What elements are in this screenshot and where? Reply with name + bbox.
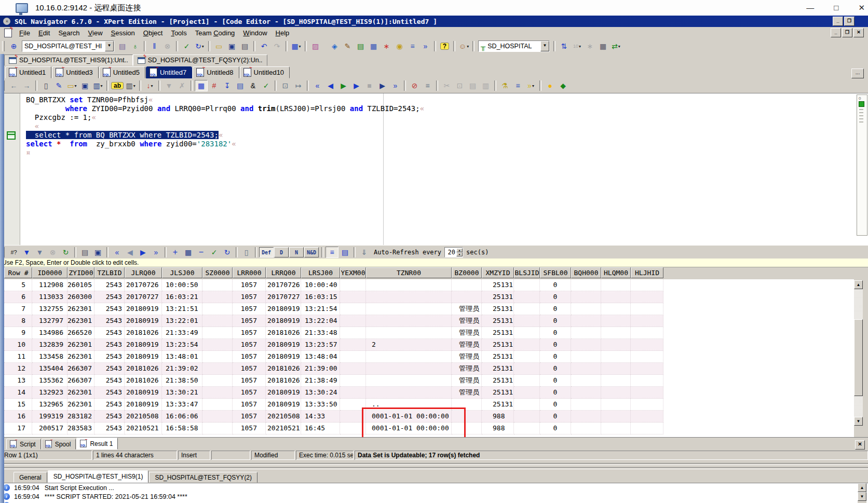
fetch-all-icon[interactable]: ⇓ bbox=[358, 247, 371, 258]
grid-cell[interactable]: 1057 bbox=[233, 423, 266, 434]
grid-cell[interactable]: 14 bbox=[4, 387, 32, 399]
grid-cell[interactable]: 262301 bbox=[67, 339, 94, 351]
menu-search[interactable]: Search bbox=[54, 28, 84, 38]
grid-cell[interactable]: 25131 bbox=[482, 279, 514, 291]
grid-cell[interactable] bbox=[202, 339, 233, 351]
grid-cell[interactable]: 13 bbox=[4, 375, 32, 387]
grid-cell[interactable] bbox=[340, 363, 366, 375]
grid-cell[interactable]: 20210508 bbox=[125, 411, 162, 423]
grid-cell[interactable]: 13:48:01 bbox=[162, 351, 202, 363]
grid-cell[interactable] bbox=[202, 303, 233, 315]
column-header-lrrq00[interactable]: LRRQ00 bbox=[266, 267, 301, 278]
schema-select[interactable]: ╥ SD_HOSPITAL ▼ bbox=[478, 40, 550, 52]
grid-cell[interactable] bbox=[601, 315, 631, 327]
column-header-tzlbid[interactable]: TZLBID bbox=[94, 267, 125, 278]
grid-cell[interactable] bbox=[514, 375, 540, 387]
grid-cell[interactable] bbox=[631, 387, 663, 399]
tab-untitled10[interactable]: Untitled10 bbox=[240, 66, 290, 78]
grid-cell[interactable]: 5 bbox=[4, 279, 32, 291]
grid-cell[interactable] bbox=[514, 399, 540, 411]
print-icon[interactable]: ▤ bbox=[238, 40, 251, 52]
grid-cell[interactable] bbox=[631, 351, 663, 363]
grid-cell[interactable]: 管理员 bbox=[452, 327, 482, 339]
find-objects-icon[interactable]: ◉ bbox=[393, 40, 406, 52]
grid-vertical-scrollbar[interactable]: ▲ ▼ bbox=[854, 280, 863, 435]
first-record-icon[interactable]: « bbox=[111, 247, 124, 258]
grid-cell[interactable]: 0 bbox=[540, 387, 571, 399]
grid-cell[interactable]: 12 bbox=[4, 363, 32, 375]
grid-cell[interactable]: 0 bbox=[540, 291, 571, 303]
grid-cell[interactable]: 266307 bbox=[67, 375, 94, 387]
doc-close-button[interactable]: ✕ bbox=[853, 28, 864, 37]
grid-cell[interactable]: 1057 bbox=[233, 387, 266, 399]
spinner-up-icon[interactable]: ▲ bbox=[456, 248, 463, 252]
grid-cell[interactable]: 9 bbox=[4, 327, 32, 339]
column-header-sfbl00[interactable]: SFBL00 bbox=[540, 267, 571, 278]
toolbar-grip[interactable] bbox=[2, 41, 5, 51]
sql-monitor-icon[interactable]: ∗ bbox=[380, 40, 393, 52]
app-restore-button[interactable]: ❐ bbox=[844, 17, 855, 26]
grid-cell[interactable] bbox=[631, 363, 663, 375]
execute-step-icon[interactable]: ▶ bbox=[350, 80, 363, 91]
grid-cell[interactable]: 283583 bbox=[67, 423, 94, 434]
grid-cell[interactable] bbox=[601, 423, 631, 434]
grid-cell[interactable] bbox=[601, 399, 631, 411]
grid-cell[interactable]: 25131 bbox=[482, 315, 514, 327]
grid-cell[interactable]: 8 bbox=[4, 315, 32, 327]
grid-cell[interactable]: 20181026 bbox=[266, 375, 301, 387]
grid-cell[interactable] bbox=[202, 291, 233, 303]
open-file-icon[interactable]: ▭ bbox=[212, 40, 225, 52]
grid-cell[interactable]: 20180919 bbox=[266, 315, 301, 327]
scrollbar-track[interactable] bbox=[854, 289, 863, 319]
grid-cell[interactable] bbox=[601, 303, 631, 315]
grid-cell[interactable]: 20180919 bbox=[125, 387, 162, 399]
chevron-down-icon[interactable]: ▾ bbox=[151, 84, 153, 88]
filter-icon[interactable]: ▼ bbox=[20, 247, 33, 258]
navigate-forward-icon[interactable]: → bbox=[20, 80, 33, 91]
chevron-down-icon[interactable]: ▾ bbox=[133, 84, 135, 88]
grid-cell[interactable]: 1057 bbox=[233, 351, 266, 363]
grid-cell[interactable]: 0 bbox=[540, 351, 571, 363]
chevron-down-icon[interactable]: ▾ bbox=[467, 44, 469, 49]
tab-untitled5[interactable]: Untitled5 bbox=[99, 66, 145, 78]
column-header-jlsj00[interactable]: JLSJ00 bbox=[162, 267, 202, 278]
grid-cell[interactable] bbox=[366, 291, 452, 303]
column-header-blsjid[interactable]: BLSJID bbox=[514, 267, 540, 278]
column-header-id0000[interactable]: ID0000 bbox=[32, 267, 67, 278]
copy-icon[interactable]: ⊡ bbox=[453, 80, 466, 91]
grid-cell[interactable]: 20210508 bbox=[266, 411, 301, 423]
grid-cell[interactable] bbox=[366, 387, 452, 399]
grid-cell[interactable]: 1057 bbox=[233, 279, 266, 291]
commit-icon[interactable]: ✓ bbox=[180, 40, 193, 52]
grid-cell[interactable] bbox=[601, 411, 631, 423]
open-document-icon[interactable]: ▭▾ bbox=[65, 80, 78, 91]
output-tab-sd-hospital-test-fqsyy-2-[interactable]: SD_HOSPITAL@TEST_FQSYY(2) bbox=[149, 472, 257, 483]
grid-cell[interactable] bbox=[514, 351, 540, 363]
grid-cell[interactable]: 2543 bbox=[94, 375, 125, 387]
explain-grid-icon[interactable]: ▤ bbox=[234, 80, 247, 91]
grid-cell[interactable] bbox=[514, 387, 540, 399]
grid-cell[interactable]: 20180919 bbox=[125, 339, 162, 351]
open-session-icon[interactable]: ⊕ bbox=[7, 40, 20, 52]
grid-cell[interactable]: 2543 bbox=[94, 339, 125, 351]
grid-cell[interactable]: 管理员 bbox=[452, 303, 482, 315]
grid-cell[interactable] bbox=[366, 363, 452, 375]
grid-cell[interactable]: 2543 bbox=[94, 423, 125, 434]
cut-icon[interactable]: ✂ bbox=[440, 80, 453, 91]
grid-cell[interactable] bbox=[340, 291, 366, 303]
grid-cell[interactable]: 2543 bbox=[94, 315, 125, 327]
grid-cell[interactable] bbox=[202, 327, 233, 339]
grid-cell[interactable]: 0 bbox=[540, 303, 571, 315]
output-tab-general[interactable]: General bbox=[13, 472, 47, 483]
grid-cell[interactable]: 2 bbox=[366, 339, 452, 351]
grid-cell[interactable] bbox=[571, 327, 601, 339]
grid-cell[interactable]: 2543 bbox=[94, 411, 125, 423]
image-icon[interactable]: ▨ bbox=[309, 40, 322, 52]
grid-cell[interactable]: 21:39:02 bbox=[162, 363, 202, 375]
grid-cell[interactable] bbox=[366, 351, 452, 363]
describe-icon[interactable]: ▦ bbox=[195, 80, 208, 91]
last-statement-icon[interactable]: » bbox=[389, 80, 402, 91]
grid-cell[interactable] bbox=[202, 399, 233, 411]
grid-cell[interactable]: 20170727 bbox=[125, 291, 162, 303]
grid-cell[interactable] bbox=[571, 375, 601, 387]
